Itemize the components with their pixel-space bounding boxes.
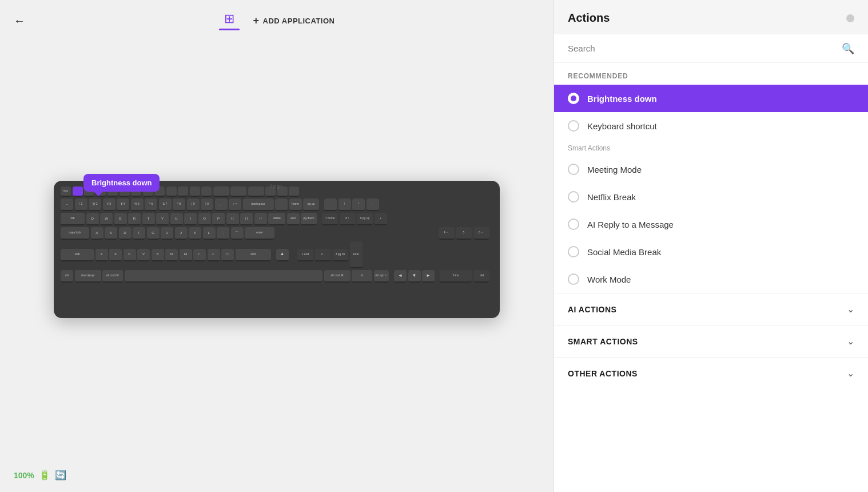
key-f11[interactable]	[190, 187, 200, 197]
key-3[interactable]: 3 pg dn	[332, 249, 348, 261]
key-period[interactable]: > .	[208, 249, 220, 261]
key-x[interactable]: X	[109, 249, 122, 261]
key-comma[interactable]: < ,	[193, 249, 206, 261]
key-bracket-r[interactable]: } ]	[240, 213, 253, 225]
key-pgup[interactable]: pg up	[303, 199, 319, 211]
key-tilde[interactable]: ~	[61, 199, 73, 211]
key-5[interactable]: 5	[456, 227, 472, 240]
key-3[interactable]: # 3	[103, 199, 116, 211]
key-w[interactable]: W	[100, 213, 113, 225]
key-5[interactable]: % 5	[131, 199, 144, 211]
key-4[interactable]: $ 4	[117, 199, 129, 211]
key-0[interactable]: ) 0	[201, 199, 213, 211]
key-numlock[interactable]	[275, 199, 288, 211]
key-f[interactable]: F	[133, 227, 145, 240]
key-arrow-left[interactable]: ◄	[394, 270, 407, 283]
key-f10[interactable]	[178, 187, 188, 197]
key-numpad-enter[interactable]: enter	[350, 241, 363, 268]
key-s[interactable]: S	[105, 227, 117, 240]
key-f13[interactable]	[213, 187, 229, 197]
key-tab[interactable]: tab	[61, 213, 85, 225]
action-item-brightness-down[interactable]: Brightness down	[554, 85, 868, 112]
action-item-social-media-break[interactable]: Social Media Break	[554, 238, 868, 265]
key-c[interactable]: C	[124, 249, 136, 261]
key-9[interactable]: ( 9	[187, 199, 200, 211]
key-slash[interactable]: ? /	[221, 249, 234, 261]
back-button[interactable]: ←	[14, 14, 25, 27]
key-h[interactable]: H	[161, 227, 173, 240]
key-1[interactable]: 1 end	[297, 249, 313, 261]
key-esc[interactable]: esc	[61, 187, 71, 197]
key-a[interactable]: A	[91, 227, 103, 240]
key-f12[interactable]	[201, 187, 212, 197]
key-n[interactable]: N	[165, 249, 178, 261]
key-r[interactable]: R	[128, 213, 141, 225]
key-k[interactable]: K	[189, 227, 201, 240]
key-6[interactable]: 6 →	[473, 227, 489, 240]
key-2[interactable]: @ 2	[89, 199, 101, 211]
key-numpad-minus[interactable]: -	[367, 199, 379, 211]
key-bracket-l[interactable]: { [	[226, 213, 239, 225]
key-arrow-up[interactable]: ▲	[276, 249, 289, 261]
key-t[interactable]: T	[142, 213, 155, 225]
key-backspace[interactable]: backspace	[243, 199, 274, 211]
key-quote[interactable]: " '	[231, 227, 244, 240]
key-opt-right[interactable]: fn	[352, 270, 372, 283]
key-numpad-lock[interactable]	[324, 199, 337, 211]
key-pgdown[interactable]: pg down	[301, 213, 317, 225]
minimize-button[interactable]	[846, 14, 854, 22]
key-7[interactable]: 7 home	[322, 213, 338, 225]
key-y[interactable]: Y	[156, 213, 169, 225]
other-actions-section[interactable]: OTHER ACTIONS ⌄	[554, 357, 868, 389]
key-alt-right[interactable]: alt cmd ⌘	[324, 270, 351, 283]
key-p[interactable]: P	[212, 213, 225, 225]
action-item-ai-reply[interactable]: AI Reply to a Message	[554, 211, 868, 238]
search-button[interactable]: 🔍	[842, 42, 854, 55]
key-4[interactable]: 4 ←	[439, 227, 455, 240]
key-7[interactable]: & 7	[159, 199, 172, 211]
smart-actions-section[interactable]: SMART ACTIONS ⌄	[554, 325, 868, 357]
key-m[interactable]: M	[180, 249, 192, 261]
ai-actions-section[interactable]: AI ACTIONS ⌄	[554, 293, 868, 325]
key-f14[interactable]	[230, 187, 246, 197]
key-ctrl-left[interactable]: ctrl	[61, 270, 73, 283]
key-6[interactable]: ^ 6	[145, 199, 157, 211]
key-i[interactable]: I	[184, 213, 197, 225]
key-b[interactable]: B	[152, 249, 164, 261]
key-numpad-asterisk[interactable]: *	[352, 199, 365, 211]
key-arrow-down[interactable]: ▼	[408, 270, 421, 283]
key-v[interactable]: V	[137, 249, 150, 261]
key-shift-left[interactable]: shift	[61, 249, 94, 261]
key-j[interactable]: J	[175, 227, 188, 240]
key-f15[interactable]	[248, 187, 264, 197]
key-u[interactable]: U	[170, 213, 183, 225]
action-item-meeting-mode[interactable]: Meeting Mode	[554, 156, 868, 183]
key-arrow-right[interactable]: ►	[422, 270, 435, 283]
key-2[interactable]: 2 ↓	[315, 249, 331, 261]
key-end-top[interactable]	[277, 187, 288, 197]
key-end[interactable]: end	[287, 213, 300, 225]
key-space[interactable]	[125, 270, 323, 283]
key-8[interactable]: 8 ↑	[340, 213, 356, 225]
key-l[interactable]: L	[203, 227, 216, 240]
key-semicolon[interactable]: : ;	[217, 227, 229, 240]
key-9[interactable]: 9 pg up	[357, 213, 373, 225]
key-z[interactable]: Z	[95, 249, 108, 261]
key-minus[interactable]: _ -	[215, 199, 228, 211]
key-ctrl-right[interactable]: ctrl opt ⌥	[374, 270, 389, 283]
key-f9[interactable]	[166, 187, 177, 197]
key-numpad-slash[interactable]: /	[339, 199, 351, 211]
key-f1[interactable]	[73, 187, 83, 197]
action-item-work-mode[interactable]: Work Mode	[554, 265, 868, 293]
key-home[interactable]: home	[289, 199, 302, 211]
key-8[interactable]: * 8	[173, 199, 185, 211]
key-plus[interactable]: + =	[229, 199, 241, 211]
key-cmd-left[interactable]: alt cmd ⌘	[102, 270, 123, 283]
key-enter[interactable]: enter	[245, 227, 274, 240]
key-capslock[interactable]: caps lock	[61, 227, 89, 240]
key-delete[interactable]: delete	[268, 213, 285, 225]
key-0[interactable]: 0 ins	[440, 270, 472, 283]
key-lock[interactable]	[289, 187, 299, 197]
key-o[interactable]: O	[198, 213, 211, 225]
key-1[interactable]: ! 1	[75, 199, 87, 211]
